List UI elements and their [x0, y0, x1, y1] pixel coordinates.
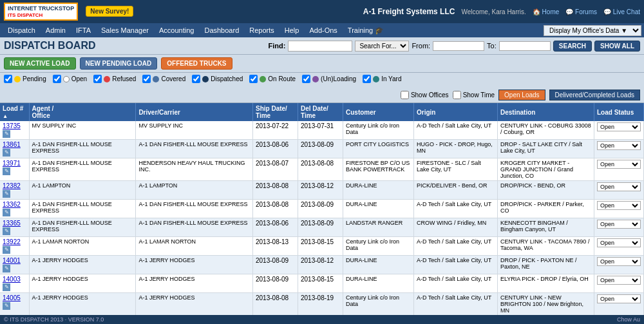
- load-link[interactable]: 13971: [3, 160, 21, 167]
- show-all-button[interactable]: SHOW ALL: [594, 41, 640, 52]
- inyard-dot: [373, 76, 379, 82]
- cell-customer: Century Link c/o Iron Data: [343, 121, 414, 140]
- col-header-ship[interactable]: Ship Date/Time: [253, 103, 298, 121]
- cell-customer: DURA-LINE: [343, 274, 414, 293]
- nav-training[interactable]: Training 🎓: [343, 25, 389, 36]
- load-link[interactable]: 13861: [3, 141, 21, 148]
- from-date-input[interactable]: 2012-10-11: [433, 41, 484, 51]
- nav-ifta[interactable]: IFTA: [71, 25, 96, 35]
- home-link[interactable]: 🏠 Home: [533, 8, 559, 15]
- delivered-loads-tab[interactable]: Delivered/Completed Loads: [549, 90, 640, 100]
- edit-icon[interactable]: ✎: [3, 265, 10, 272]
- nav-reports[interactable]: Reports: [244, 25, 279, 35]
- filter-dispatched[interactable]: Dispatched: [192, 75, 243, 83]
- filter-dispatched-checkbox[interactable]: [192, 75, 200, 83]
- search-for-select[interactable]: Search For...: [355, 41, 409, 52]
- filter-refused-checkbox[interactable]: [93, 75, 102, 83]
- edit-icon[interactable]: ✎: [3, 227, 10, 235]
- status-select[interactable]: Open Open On Route Dispatched Covered: [597, 276, 641, 285]
- cell-destination: CENTURY LINK - NEW BRIGHTON 100 / New Br…: [498, 293, 594, 316]
- cell-origin: A-D Tech / Salt Lake City, UT: [414, 256, 498, 274]
- status-select[interactable]: Open Open On Route Dispatched Covered: [597, 182, 641, 191]
- filter-covered[interactable]: Covered: [142, 75, 185, 83]
- filter-open[interactable]: Open: [53, 75, 87, 83]
- nav-dispatch[interactable]: Dispatch: [3, 25, 41, 35]
- nav-admin[interactable]: Admin: [41, 25, 71, 35]
- load-link[interactable]: 14005: [3, 294, 21, 301]
- nav-sales-manager[interactable]: Sales Manager: [96, 25, 154, 35]
- filter-inyard[interactable]: In Yard: [363, 75, 401, 83]
- edit-icon[interactable]: ✎: [3, 302, 10, 310]
- load-link[interactable]: 13365: [3, 220, 21, 227]
- cell-agent: A-1 JERRY HODGES: [29, 256, 136, 274]
- cell-driver: A-1 DAN FISHER-LLL MOUSE EXPRESS: [136, 218, 253, 237]
- search-button[interactable]: SEARCH: [553, 41, 592, 52]
- new-active-load-button[interactable]: NEW ACTIVE LOAD: [4, 57, 76, 70]
- status-select[interactable]: Open Open On Route Dispatched Covered: [597, 220, 641, 229]
- filter-onroute[interactable]: On Route: [249, 75, 296, 83]
- nav-accounting[interactable]: Accounting: [154, 25, 199, 35]
- filter-open-checkbox[interactable]: [53, 75, 61, 83]
- status-select[interactable]: Open Open On Route Dispatched Covered: [597, 122, 641, 131]
- live-chat-link[interactable]: 💬 Live Chat: [603, 8, 640, 15]
- edit-icon[interactable]: ✎: [3, 167, 10, 175]
- filter-inyard-checkbox[interactable]: [363, 75, 371, 83]
- edit-icon[interactable]: ✎: [3, 246, 10, 254]
- edit-icon[interactable]: ✎: [3, 190, 10, 198]
- col-header-load[interactable]: Load #▲: [0, 103, 29, 121]
- filter-pending[interactable]: Pending: [4, 75, 46, 83]
- show-time-option[interactable]: Show Time: [453, 91, 495, 99]
- open-loads-tab[interactable]: Open Loads: [498, 90, 545, 100]
- nav-dashboard[interactable]: Dashboard: [199, 25, 244, 35]
- cell-load: 12382 ✎: [0, 181, 29, 200]
- edit-icon[interactable]: ✎: [3, 209, 10, 216]
- col-header-status[interactable]: Load Status: [594, 103, 644, 121]
- filter-unloading-checkbox[interactable]: [302, 75, 310, 83]
- status-select[interactable]: Open Open On Route Dispatched Covered: [597, 257, 641, 266]
- cell-load: 13861 ✎: [0, 140, 29, 158]
- new-pending-load-button[interactable]: NEW PENDING LOAD: [80, 57, 158, 70]
- col-header-del[interactable]: Del Date/Time: [298, 103, 343, 121]
- offered-trucks-button[interactable]: OFFERED TRUCKS: [161, 57, 232, 70]
- filter-onroute-checkbox[interactable]: [249, 75, 258, 83]
- open-dot: [63, 76, 70, 82]
- welcome-text: Welcome, Kara Harris.: [461, 8, 526, 15]
- survey-button[interactable]: New Survey!: [86, 6, 133, 17]
- nav-help[interactable]: Help: [279, 25, 305, 35]
- status-select[interactable]: Open Open On Route Dispatched Covered: [597, 294, 641, 303]
- find-input[interactable]: [288, 41, 352, 52]
- load-link[interactable]: 14001: [3, 257, 21, 264]
- cell-agent: A-1 DAN FISHER-LLL MOUSE EXPRESS: [29, 218, 136, 237]
- col-header-driver[interactable]: Driver/Carrier: [136, 103, 253, 121]
- load-link[interactable]: 13922: [3, 238, 21, 245]
- load-link[interactable]: 12382: [3, 182, 21, 189]
- filter-covered-checkbox[interactable]: [142, 75, 151, 83]
- filter-unloading[interactable]: (Un)Loading: [302, 75, 356, 83]
- status-select[interactable]: Open Open On Route Dispatched Covered: [597, 160, 641, 169]
- load-link[interactable]: 14003: [3, 276, 21, 283]
- col-header-agent[interactable]: Agent /Office: [29, 103, 136, 121]
- show-time-checkbox[interactable]: [453, 91, 461, 99]
- load-link[interactable]: 13735: [3, 122, 21, 129]
- edit-icon[interactable]: ✎: [3, 283, 10, 291]
- status-select[interactable]: Open Open On Route Dispatched Covered: [597, 141, 641, 150]
- cell-load: 13735 ✎: [0, 121, 29, 140]
- nav-addons[interactable]: Add-Ons: [304, 25, 342, 35]
- col-header-customer[interactable]: Customer: [343, 103, 414, 121]
- col-header-origin[interactable]: Origin: [414, 103, 498, 121]
- show-offices-checkbox[interactable]: [401, 91, 409, 99]
- to-date-input[interactable]: 2013-10-11: [499, 41, 551, 51]
- status-select[interactable]: Open Open On Route Dispatched Covered: [597, 201, 641, 210]
- edit-icon[interactable]: ✎: [3, 130, 10, 138]
- filter-refused[interactable]: Refused: [93, 75, 136, 83]
- col-header-destination[interactable]: Destination: [498, 103, 594, 121]
- filter-pending-checkbox[interactable]: [4, 75, 12, 83]
- display-office-select[interactable]: Display My Office's Data ▼: [544, 25, 641, 36]
- status-select[interactable]: Open Open On Route Dispatched Covered: [597, 238, 641, 247]
- cell-customer: PORT CITY LOGISTICS: [343, 140, 414, 158]
- logo-area: INTERNET TRUCKSTOP ITS DISPATCH New Surv…: [4, 3, 133, 21]
- forums-link[interactable]: 💬 Forums: [565, 8, 597, 15]
- show-offices-option[interactable]: Show Offices: [401, 91, 449, 99]
- load-link[interactable]: 13362: [3, 201, 21, 208]
- edit-icon[interactable]: ✎: [3, 149, 10, 157]
